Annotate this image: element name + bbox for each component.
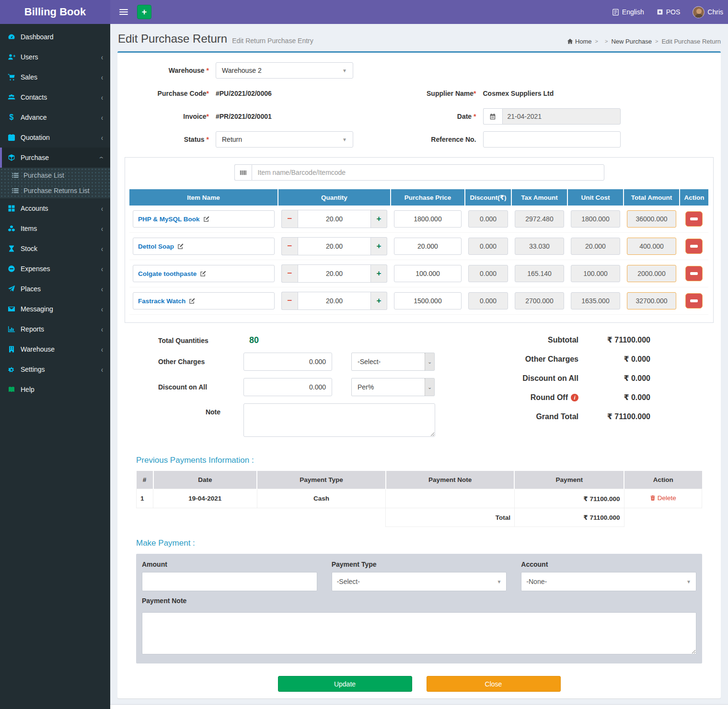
- discount-input: [468, 238, 508, 255]
- quantity-input[interactable]: [298, 292, 371, 310]
- reference-no-input[interactable]: [489, 132, 614, 147]
- purchase-price-input[interactable]: [394, 292, 462, 309]
- qty-decrease-button[interactable]: −: [281, 210, 298, 228]
- update-button[interactable]: Update: [278, 676, 412, 692]
- language-menu[interactable]: English: [612, 8, 644, 16]
- item-name-link[interactable]: Dettol Soap: [138, 243, 174, 250]
- qty-decrease-button[interactable]: −: [281, 237, 298, 255]
- total-amount-input[interactable]: [627, 292, 676, 309]
- breadcrumb-new-purchase-link[interactable]: New Purchase: [611, 38, 652, 45]
- purchase-price-input[interactable]: [394, 210, 462, 228]
- payment-note-textarea[interactable]: [142, 612, 696, 654]
- note-textarea[interactable]: [243, 403, 435, 437]
- item-search-input[interactable]: [252, 164, 604, 181]
- item-name-link[interactable]: PHP & MySQL Book: [138, 216, 200, 223]
- col-total-amount: Total Amount: [624, 189, 680, 206]
- reference-no-label: Reference No.: [419, 136, 483, 143]
- purchase-price-input[interactable]: [394, 265, 462, 282]
- total-amount-input[interactable]: [627, 210, 676, 228]
- remove-item-button[interactable]: [685, 211, 703, 227]
- trash-icon: [650, 495, 656, 501]
- discount-on-all-input[interactable]: [243, 378, 332, 396]
- unit-cost-input: [571, 292, 620, 309]
- account-select[interactable]: -None-▼: [521, 572, 696, 591]
- date-input[interactable]: [502, 108, 621, 125]
- sidebar-item-places[interactable]: Places ‹: [0, 279, 110, 299]
- qty-increase-button[interactable]: +: [371, 292, 387, 310]
- close-button[interactable]: Close: [427, 676, 561, 692]
- info-icon[interactable]: i: [571, 394, 578, 401]
- sidebar-item-contacts[interactable]: Contacts ‹: [0, 87, 110, 107]
- sidebar-item-expenses[interactable]: Expenses ‹: [0, 259, 110, 279]
- account-label: Account: [521, 560, 696, 568]
- edit-icon[interactable]: [200, 270, 207, 277]
- sidebar-item-users[interactable]: Users ‹: [0, 47, 110, 67]
- qty-increase-button[interactable]: +: [371, 210, 387, 228]
- warehouse-select[interactable]: Warehouse 2▼: [216, 62, 353, 79]
- qty-decrease-button[interactable]: −: [281, 292, 298, 310]
- chevron-left-icon: ‹: [101, 324, 103, 334]
- sidebar-item-help[interactable]: Help: [0, 379, 110, 400]
- app-logo[interactable]: Billing Book: [0, 0, 110, 24]
- sidebar-item-sales[interactable]: Sales ‹: [0, 67, 110, 87]
- total-amount-input[interactable]: [627, 238, 676, 255]
- quick-add-button[interactable]: +: [137, 5, 151, 19]
- user-menu[interactable]: Chris: [693, 6, 723, 18]
- sidebar-item-messaging[interactable]: Messaging ‹: [0, 299, 110, 319]
- col-discount: Discount(₹): [465, 189, 511, 206]
- payment-type-select[interactable]: -Select-▼: [332, 572, 507, 591]
- sidebar-item-warehouse[interactable]: Warehouse ‹: [0, 339, 110, 359]
- other-charges-select[interactable]: -Select-⌄: [351, 353, 435, 371]
- purchase-price-input[interactable]: [394, 238, 462, 255]
- payments-total-label: Total: [386, 508, 515, 527]
- quantity-input[interactable]: [298, 210, 371, 228]
- pos-menu[interactable]: POS: [657, 8, 681, 16]
- col-payment: Payment: [514, 471, 624, 489]
- sidebar-item-reports[interactable]: Reports ‹: [0, 319, 110, 339]
- discount-on-all-select[interactable]: Per%⌄: [351, 378, 435, 396]
- edit-icon[interactable]: [189, 297, 196, 304]
- gears-icon: [7, 366, 16, 373]
- sidebar-item-accounts[interactable]: Accounts ‹: [0, 198, 110, 218]
- sidebar-toggle-button[interactable]: [115, 0, 132, 24]
- chevron-left-icon: ‹: [101, 304, 103, 314]
- qty-increase-button[interactable]: +: [371, 264, 387, 283]
- payment-total-row: Total ₹ 71100.000: [137, 508, 702, 527]
- supplier-name-value: Cosmex Suppliers Ltd: [483, 90, 554, 97]
- qty-decrease-button[interactable]: −: [281, 264, 298, 283]
- other-charges-input[interactable]: [243, 353, 332, 371]
- quantity-input[interactable]: [298, 264, 371, 283]
- sidebar-item-quotation[interactable]: Quotation ‹: [0, 127, 110, 148]
- edit-icon[interactable]: [177, 243, 184, 250]
- calendar-plus-icon: [7, 134, 16, 141]
- sidebar-item-purchase[interactable]: Purchase ‹: [0, 148, 110, 168]
- breadcrumb-home-link[interactable]: Home: [567, 38, 592, 45]
- quantity-stepper: − +: [281, 292, 387, 310]
- sidebar-item-stock[interactable]: Stock ‹: [0, 239, 110, 259]
- chevron-down-icon: ▼: [342, 68, 347, 73]
- sidebar-item-items[interactable]: Items ‹: [0, 218, 110, 239]
- purchase-submenu: Purchase List Purchase Returns List: [0, 168, 110, 198]
- sidebar-subitem-purchase-returns-list[interactable]: Purchase Returns List: [0, 183, 110, 198]
- remove-item-button[interactable]: [685, 239, 703, 254]
- quantity-input[interactable]: [298, 237, 371, 255]
- total-amount-input[interactable]: [627, 265, 676, 282]
- item-name-link[interactable]: Fastrack Watch: [138, 297, 185, 305]
- sidebar-item-advance[interactable]: $ Advance ‹: [0, 107, 110, 127]
- status-select[interactable]: Return▼: [216, 131, 353, 148]
- chevron-left-icon: ‹: [101, 244, 103, 253]
- edit-icon[interactable]: [203, 216, 210, 222]
- amount-input[interactable]: [142, 572, 317, 591]
- remove-item-button[interactable]: [685, 266, 703, 281]
- chevron-left-icon: ‹: [101, 113, 103, 122]
- footer: Copyright © 2021 All rights reserved. Bi…: [110, 704, 728, 709]
- supplier-name-label: Supplier Name*: [419, 90, 483, 97]
- delete-payment-link[interactable]: Delete: [650, 494, 676, 502]
- chevron-left-icon: ‹: [101, 344, 103, 354]
- sidebar-item-settings[interactable]: Settings ‹: [0, 359, 110, 379]
- qty-increase-button[interactable]: +: [371, 237, 387, 255]
- sidebar-item-dashboard[interactable]: Dashboard: [0, 27, 110, 47]
- remove-item-button[interactable]: [685, 293, 703, 309]
- sidebar-subitem-purchase-list[interactable]: Purchase List: [0, 168, 110, 183]
- item-name-link[interactable]: Colgate toothpaste: [138, 270, 196, 277]
